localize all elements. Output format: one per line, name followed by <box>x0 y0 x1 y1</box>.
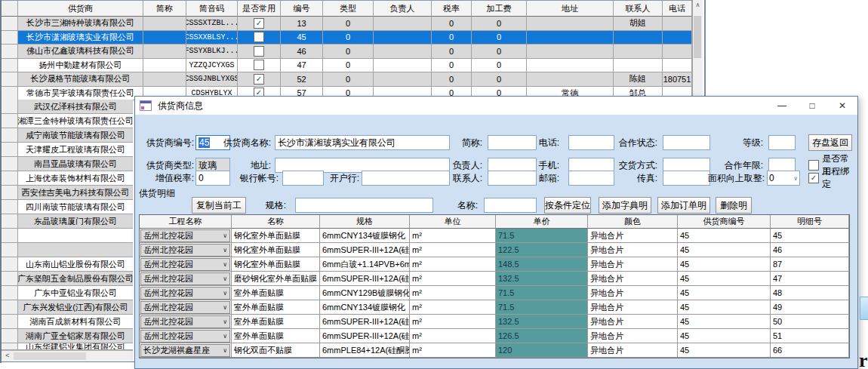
window-bottom-border <box>0 361 134 362</box>
minimize-button[interactable]: — <box>767 97 797 115</box>
list-item[interactable]: 湖南百成新材料有限公司 <box>2 315 133 329</box>
table-vertical-scrollbar[interactable]: ∧ <box>692 0 703 96</box>
list-item[interactable]: 广东兴发铝业(江西)有限公司 <box>2 300 133 315</box>
scrollbar-thumb[interactable] <box>14 352 86 360</box>
cell-type: 0 <box>323 72 374 87</box>
project-combobox[interactable]: 岳州北控花园∨ <box>140 229 230 242</box>
cell-detail-no: 87 <box>771 257 849 272</box>
cell-fee: 0 <box>472 31 527 45</box>
supplier-name-input[interactable]: 长沙市潇湘玻璃实业有限公司 <box>275 135 450 150</box>
project-binding-checkbox[interactable]: ✓ 工程绑定 <box>808 171 857 186</box>
dialog-title: 供货商信息 <box>158 100 767 112</box>
bank-account-input[interactable] <box>282 171 324 186</box>
dialog-titlebar[interactable]: 供货商信息 — □ ✕ <box>135 97 857 115</box>
scrollbar-thumb[interactable] <box>694 16 701 58</box>
bank-input[interactable] <box>362 171 450 186</box>
email-label: 邮箱: <box>529 171 559 186</box>
project-combobox[interactable]: 岳州北控花园∨ <box>140 272 230 285</box>
col-no: 编号 <box>281 1 323 17</box>
list-item[interactable]: 四川南玻节能玻璃有限公司 <box>2 200 133 214</box>
list-item[interactable]: 上海优泰装饰材料有限公司 <box>2 171 133 186</box>
cell-color: 异地合片 <box>588 272 678 286</box>
checkbox[interactable]: ✓ <box>808 173 819 183</box>
scroll-left-icon[interactable]: < <box>3 351 12 361</box>
project-combobox[interactable]: 岳州北控花园∨ <box>140 330 230 343</box>
list-item[interactable]: 武汉亿泽科技有限公司 <box>2 100 133 114</box>
list-item[interactable]: 湖南广亚全铝家居有限公司 <box>2 329 133 343</box>
vat-input[interactable]: 0 <box>195 171 230 186</box>
save-return-button[interactable]: 存盘返回 <box>808 134 852 151</box>
row-header-cell <box>2 17 18 31</box>
phone-input[interactable] <box>568 135 614 150</box>
list-item[interactable]: 广东中亚铝业有限公司 <box>2 286 133 300</box>
add-order-detail-button[interactable]: 添加订单明细 <box>657 197 710 214</box>
project-combobox[interactable]: 长沙龙湖祺鑫星座∨ <box>140 344 230 357</box>
locate-by-condition-button[interactable]: 按条件定位 <box>544 197 591 214</box>
cell-name: 室外单面贴膜 <box>232 300 320 315</box>
list-item[interactable]: 南昌亚晶玻璃有限公司 <box>2 157 133 171</box>
cell-spec: 6mmSUPER-III+12A(硅... <box>320 243 410 257</box>
cell-color: 异地合片 <box>588 300 678 315</box>
detail-section-label: 供货明细 <box>139 187 175 200</box>
checkbox[interactable] <box>808 160 819 171</box>
list-item[interactable]: 山东南山铝业股份有限公司 <box>2 257 133 272</box>
add-dictionary-detail-button[interactable]: 添加字典明细 <box>599 197 651 214</box>
cell-spec: 6mmCNY134镀膜钢化 <box>320 229 410 243</box>
maximize-button[interactable]: □ <box>797 97 827 115</box>
col-addr: 地址 <box>527 1 614 17</box>
cell-unit: m² <box>410 243 496 257</box>
list-item-empty[interactable] <box>2 229 133 243</box>
project-combobox[interactable]: 岳州北控花园∨ <box>140 258 230 271</box>
project-combobox[interactable]: 岳州北控花园∨ <box>140 287 230 300</box>
spec-filter-input[interactable] <box>295 198 433 213</box>
coop-status-input[interactable] <box>663 135 710 150</box>
chevron-down-icon: ∨ <box>223 347 227 354</box>
list-item-empty[interactable] <box>2 243 133 257</box>
cell-manager <box>374 45 432 59</box>
project-combobox[interactable]: 岳州北控花园∨ <box>140 301 230 314</box>
cell-supplier-no: 45 <box>678 315 771 329</box>
checkbox[interactable]: ✓ <box>254 18 264 29</box>
list-item[interactable]: 西安佳吉美电力科技有限公司 <box>2 186 133 200</box>
checkbox[interactable] <box>254 46 264 57</box>
delete-detail-button[interactable]: 删除明细 <box>716 197 752 214</box>
cell-common <box>238 31 281 45</box>
cell-price: 126.5 <box>496 329 588 343</box>
scroll-up-icon[interactable]: ∧ <box>693 0 703 11</box>
detail-grid: 工程名称 名称 规格 单位 单价 颜色 供货商编号 明细号 岳州北控花园∨ 钢化… <box>139 214 850 358</box>
cell-no: 52 <box>281 72 323 87</box>
table-horizontal-scrollbar[interactable]: < <box>2 350 133 361</box>
supplier-name-label: 供货商名称: <box>217 135 271 150</box>
cell-addr <box>527 72 614 87</box>
cell-tax: 0 <box>432 17 472 31</box>
combo-value: 岳州北控花园 <box>143 331 193 342</box>
list-item[interactable]: 广东坚朗五金制品股份有限公司 <box>2 272 133 286</box>
cell-no: 45 <box>281 31 323 45</box>
list-item-label: 广东中亚铝业有限公司 <box>18 286 133 300</box>
grade-input[interactable] <box>768 135 796 150</box>
cell-detail-no: 50 <box>771 315 849 329</box>
row-header-cell <box>2 186 18 200</box>
list-item[interactable]: 湘潭三金特种玻璃有限责任公司 <box>2 114 133 128</box>
row-header-cell <box>2 329 18 343</box>
cell-contact <box>614 45 663 59</box>
list-item[interactable]: 咸宁南玻节能玻璃有限公司 <box>2 128 133 143</box>
checkbox[interactable] <box>254 32 264 42</box>
checkbox[interactable]: ✓ <box>254 74 264 85</box>
close-button[interactable]: ✕ <box>827 97 857 115</box>
project-combobox[interactable]: 岳州北控花园∨ <box>140 315 230 328</box>
list-item-clipped[interactable]: 山东华建铝业集团有限公司 <box>2 343 133 350</box>
list-item[interactable]: 东晶玻璃厦门有限公司 <box>2 214 133 229</box>
email-input[interactable] <box>568 171 614 186</box>
round-up-combobox[interactable]: 0 ∨ <box>767 171 800 186</box>
dialog-body: 供货商编号: 45 供货商名称: 长沙市潇湘玻璃实业有限公司 简称: 电话: 合… <box>135 115 857 368</box>
checkbox[interactable] <box>254 60 264 70</box>
cell-spec: 6mmSUPER-III+12A(硅... <box>320 272 410 286</box>
list-item[interactable]: 天津耀皮工程玻璃有限公司 <box>2 143 133 157</box>
project-combobox[interactable]: 岳州北控花园∨ <box>140 244 230 257</box>
name-filter-input[interactable] <box>484 198 537 213</box>
combo-value: 岳州北控花园 <box>143 230 193 241</box>
col-price: 单价 <box>496 215 588 229</box>
cell-name: 钢化室外单面贴膜 <box>232 243 320 257</box>
copy-current-project-button[interactable]: 复制当前工程 <box>192 197 246 214</box>
